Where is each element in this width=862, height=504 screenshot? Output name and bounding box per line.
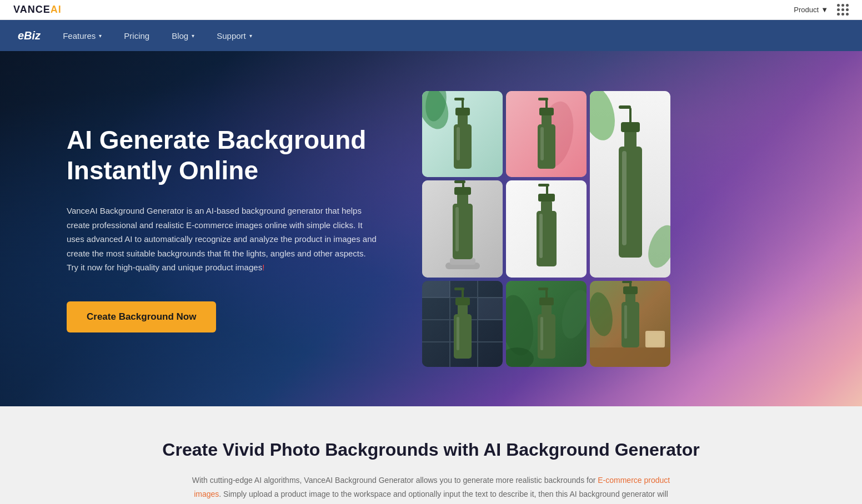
- dot: [841, 13, 844, 16]
- nav-blog[interactable]: Blog ▾: [172, 31, 194, 41]
- svg-rect-54: [454, 288, 464, 290]
- svg-rect-61: [542, 304, 552, 316]
- nav-pricing[interactable]: Pricing: [124, 31, 149, 41]
- svg-rect-25: [622, 151, 627, 245]
- svg-rect-52: [455, 298, 470, 305]
- nav-pricing-label: Pricing: [124, 31, 149, 41]
- nav-support[interactable]: Support ▾: [217, 31, 252, 41]
- svg-rect-50: [454, 314, 472, 359]
- bottle-svg-4: [422, 180, 503, 278]
- svg-rect-55: [457, 317, 459, 350]
- create-background-button[interactable]: Create Background Now: [67, 301, 216, 332]
- svg-rect-73: [623, 286, 638, 294]
- bottle-svg-6: [506, 281, 587, 367]
- product-arrow-icon: ▼: [821, 6, 828, 14]
- bottle-svg-2: [506, 91, 587, 177]
- bottle-svg-1: [422, 91, 503, 177]
- dot: [837, 8, 840, 11]
- hero-section: AI Generate Background Instantly Online …: [0, 51, 862, 406]
- svg-rect-13: [539, 108, 554, 115]
- svg-rect-37: [541, 201, 552, 213]
- chevron-down-icon: ▾: [99, 33, 102, 39]
- product-image-1: [422, 91, 503, 177]
- svg-rect-65: [540, 317, 543, 350]
- svg-rect-5: [455, 108, 470, 115]
- hero-image-grid: [422, 91, 670, 367]
- product-image-4: [422, 180, 503, 278]
- dot: [846, 4, 849, 7]
- svg-rect-48: [422, 281, 450, 298]
- dot: [846, 13, 849, 16]
- bottle-svg-7: [422, 281, 503, 367]
- hero-content: AI Generate Background Instantly Online …: [67, 125, 378, 332]
- svg-rect-21: [624, 131, 637, 149]
- dot: [841, 8, 844, 11]
- product-image-5: [506, 180, 587, 278]
- dot: [837, 13, 840, 16]
- svg-rect-71: [622, 302, 639, 347]
- exclamation: !: [262, 263, 264, 272]
- svg-rect-4: [458, 114, 468, 127]
- bottle-svg-3: [590, 91, 670, 278]
- logo-vance: VANCE: [13, 4, 51, 15]
- product-menu[interactable]: Product ▼: [794, 6, 828, 14]
- svg-rect-23: [629, 108, 632, 123]
- svg-rect-70: [648, 332, 663, 346]
- chevron-down-icon: ▾: [192, 33, 194, 39]
- dot: [841, 4, 844, 7]
- svg-rect-11: [538, 124, 555, 169]
- svg-rect-15: [538, 98, 548, 100]
- top-right-menu: Product ▼: [794, 4, 849, 16]
- svg-rect-62: [539, 298, 554, 305]
- svg-rect-49: [478, 298, 503, 320]
- logo-ai: AI: [51, 4, 62, 15]
- product-image-6: [506, 281, 587, 367]
- svg-rect-16: [540, 127, 544, 160]
- product-label: Product: [794, 6, 819, 14]
- hero-title: AI Generate Background Instantly Online: [67, 125, 378, 186]
- svg-rect-51: [458, 304, 468, 316]
- grid-dots-icon[interactable]: [837, 4, 849, 16]
- bottle-svg-8: [590, 281, 670, 367]
- svg-rect-40: [538, 184, 549, 187]
- top-bar: VANCEAI Product ▼: [0, 0, 862, 20]
- dot: [846, 8, 849, 11]
- svg-rect-72: [625, 293, 635, 304]
- svg-rect-12: [542, 114, 552, 127]
- svg-rect-3: [454, 124, 472, 169]
- svg-rect-33: [454, 180, 465, 183]
- nav-features-label: Features: [63, 31, 96, 41]
- svg-rect-24: [619, 105, 631, 109]
- svg-rect-22: [621, 122, 640, 132]
- svg-rect-34: [455, 207, 459, 251]
- dot: [837, 4, 840, 7]
- navbar: eBiz Features ▾ Pricing Blog ▾ Support ▾: [0, 20, 862, 51]
- lower-title: Create Vivid Photo Backgrounds with AI B…: [67, 440, 795, 460]
- lower-section: Create Vivid Photo Backgrounds with AI B…: [0, 406, 862, 504]
- svg-rect-8: [457, 127, 460, 160]
- nav-features[interactable]: Features ▾: [63, 31, 102, 41]
- svg-rect-7: [454, 98, 464, 100]
- svg-rect-76: [624, 305, 627, 339]
- hero-description: VanceAI Background Generator is an AI-ba…: [67, 204, 378, 275]
- svg-rect-60: [538, 314, 555, 359]
- product-image-7: [422, 281, 503, 367]
- svg-rect-38: [538, 194, 555, 201]
- svg-rect-30: [457, 194, 468, 206]
- svg-rect-31: [454, 187, 471, 195]
- bottle-svg-5: [506, 180, 587, 278]
- ecommerce-link[interactable]: E-commerce product images: [194, 476, 670, 498]
- svg-rect-41: [539, 214, 543, 258]
- svg-rect-64: [538, 288, 548, 290]
- product-image-3: [590, 91, 670, 278]
- lower-description: With cutting-edge AI algorithms, VanceAI…: [181, 473, 681, 504]
- product-image-8: [590, 281, 670, 367]
- logo[interactable]: VANCEAI: [13, 4, 62, 16]
- nav-support-label: Support: [217, 31, 246, 41]
- svg-rect-75: [622, 281, 632, 283]
- nav-brand[interactable]: eBiz: [18, 29, 41, 42]
- nav-blog-label: Blog: [172, 31, 188, 41]
- chevron-down-icon: ▾: [249, 33, 252, 39]
- product-image-2: [506, 91, 587, 177]
- svg-rect-68: [590, 347, 670, 367]
